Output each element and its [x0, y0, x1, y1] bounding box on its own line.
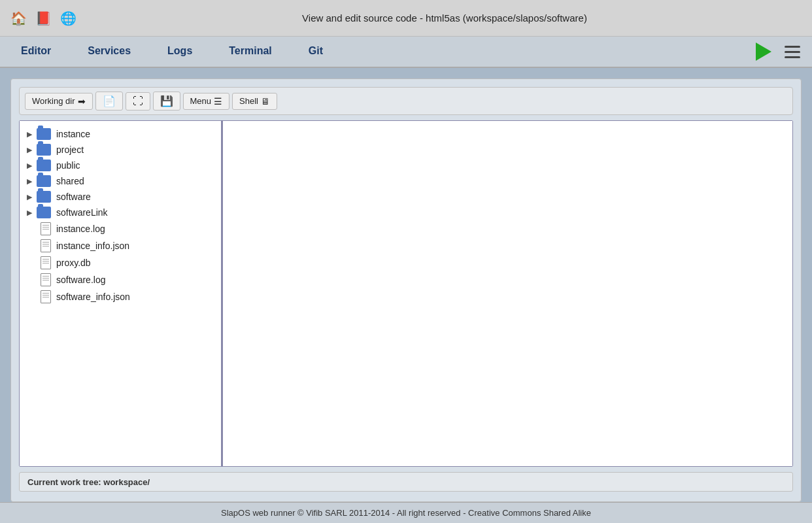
list-item[interactable]: instance_info.json — [20, 237, 221, 254]
doc-icon: 📄 — [103, 95, 116, 107]
file-tree[interactable]: ▶ instance ▶ project ▶ public ▶ shared ▶ — [20, 121, 222, 466]
folder-icon — [37, 175, 51, 187]
footer: SlapOS web runner © Vifib SARL 2011-2014… — [0, 502, 812, 523]
list-item[interactable]: ▶ instance — [20, 126, 221, 142]
tab-editor[interactable]: Editor — [3, 37, 69, 67]
globe-icon[interactable]: 🌐 — [58, 8, 78, 29]
toolbar-btn-save[interactable]: 💾 — [153, 92, 180, 110]
menu-label: Menu — [190, 96, 212, 106]
status-text: Current work tree: workspace/ — [27, 477, 150, 487]
title-bar-icons: 🏠 📕 🌐 — [8, 8, 78, 29]
toolbar: Working dir ➡ 📄 ⛶ 💾 Menu ☰ Shell 🖥 — [19, 87, 793, 115]
folder-name: project — [56, 144, 84, 155]
folder-icon — [37, 128, 51, 140]
list-item[interactable]: ▶ project — [20, 142, 221, 158]
working-dir-button[interactable]: Working dir ➡ — [25, 93, 93, 110]
menu-line-1 — [785, 46, 800, 48]
menu-line-2 — [785, 51, 800, 53]
list-item[interactable]: ▶ software — [20, 189, 221, 205]
tab-logs[interactable]: Logs — [149, 37, 211, 67]
book-icon[interactable]: 📕 — [33, 8, 54, 29]
expand-arrow-icon: ▶ — [25, 129, 34, 139]
file-icon — [41, 290, 51, 303]
nav-right — [752, 37, 809, 67]
play-triangle-icon — [756, 42, 771, 61]
folder-name: shared — [56, 176, 84, 186]
expand-arrow-icon: ▶ — [25, 145, 34, 154]
expand-icon: ⛶ — [133, 95, 143, 107]
list-item[interactable]: ▶ shared — [20, 173, 221, 189]
window-title: View and edit source code - html5as (wor… — [85, 12, 804, 24]
file-icon — [41, 222, 51, 235]
hamburger-menu-button[interactable] — [781, 40, 804, 63]
main-container: Working dir ➡ 📄 ⛶ 💾 Menu ☰ Shell 🖥 ▶ — [10, 78, 802, 502]
save-icon: 💾 — [160, 95, 173, 107]
expand-arrow-icon: ▶ — [25, 208, 34, 217]
content-area: ▶ instance ▶ project ▶ public ▶ shared ▶ — [19, 120, 793, 467]
list-item[interactable]: software_info.json — [20, 288, 221, 305]
expand-arrow-icon: ▶ — [25, 161, 34, 170]
tab-services[interactable]: Services — [69, 37, 149, 67]
file-icon — [41, 239, 51, 252]
list-item[interactable]: ▶ public — [20, 158, 221, 173]
file-icon — [41, 256, 51, 269]
menu-button[interactable]: Menu ☰ — [183, 93, 230, 110]
arrow-right-icon: ➡ — [78, 96, 86, 107]
folder-name: instance — [56, 129, 90, 139]
menu-lines-icon: ☰ — [214, 96, 222, 107]
file-name: instance_info.json — [56, 241, 129, 251]
file-name: instance.log — [56, 224, 105, 234]
editor-area[interactable] — [222, 121, 792, 466]
shell-icon: 🖥 — [261, 96, 270, 107]
folder-icon — [37, 160, 51, 171]
expand-arrow-icon: ▶ — [25, 192, 34, 201]
home-icon[interactable]: 🏠 — [8, 8, 29, 29]
shell-label: Shell — [239, 96, 258, 106]
status-bar: Current work tree: workspace/ — [19, 472, 793, 492]
list-item[interactable]: software.log — [20, 271, 221, 288]
folder-name: software — [56, 192, 91, 202]
play-button[interactable] — [752, 40, 775, 63]
tab-git[interactable]: Git — [290, 37, 341, 67]
file-name: proxy.db — [56, 258, 91, 268]
folder-name: public — [56, 160, 80, 171]
working-dir-label: Working dir — [32, 96, 75, 106]
file-name: software.log — [56, 275, 105, 285]
nav-bar: Editor Services Logs Terminal Git — [0, 37, 812, 68]
list-item[interactable]: proxy.db — [20, 254, 221, 271]
list-item[interactable]: ▶ softwareLink — [20, 205, 221, 220]
file-icon — [41, 273, 51, 286]
file-name: software_info.json — [56, 292, 130, 302]
title-bar: 🏠 📕 🌐 View and edit source code - html5a… — [0, 0, 812, 37]
toolbar-btn-2[interactable]: 📄 — [95, 92, 123, 110]
folder-icon — [37, 207, 51, 218]
toolbar-btn-3[interactable]: ⛶ — [126, 92, 150, 110]
menu-line-3 — [785, 56, 800, 58]
expand-arrow-icon: ▶ — [25, 177, 34, 186]
list-item[interactable]: instance.log — [20, 220, 221, 237]
tab-terminal[interactable]: Terminal — [211, 37, 290, 67]
shell-button[interactable]: Shell 🖥 — [232, 93, 277, 110]
folder-icon — [37, 191, 51, 203]
folder-name: softwareLink — [56, 207, 108, 218]
folder-icon — [37, 144, 51, 156]
footer-text: SlapOS web runner © Vifib SARL 2011-2014… — [221, 508, 591, 518]
